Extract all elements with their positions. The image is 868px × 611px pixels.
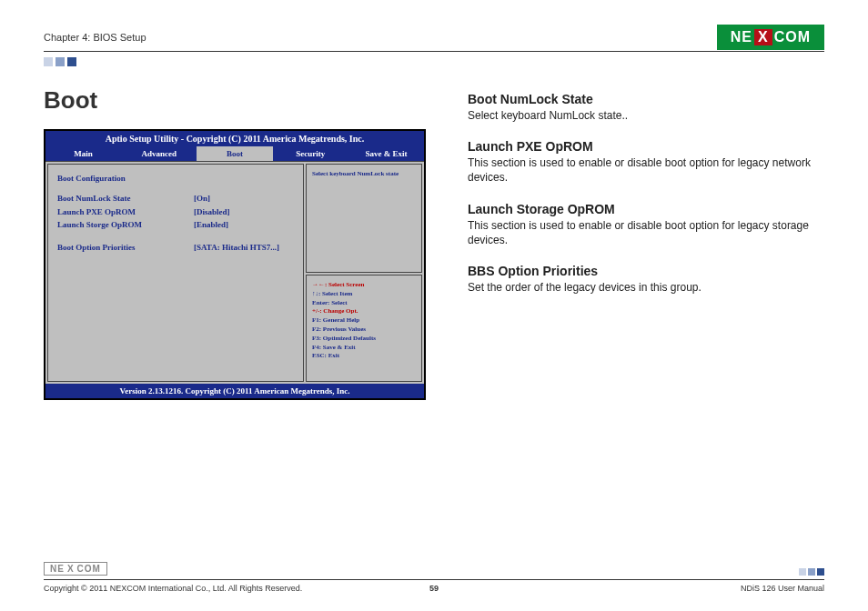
- square-icon: [44, 57, 53, 66]
- bios-body: Boot Configuration Boot NumLock State [O…: [45, 161, 424, 384]
- bios-tab-boot[interactable]: Boot: [197, 146, 272, 161]
- chapter-label: Chapter 4: BIOS Setup: [44, 32, 146, 43]
- page-title: Boot: [44, 86, 435, 115]
- logo-text-x: X: [66, 564, 76, 574]
- square-icon: [817, 568, 824, 576]
- bios-option-key: Launch Storge OpROM: [57, 218, 194, 231]
- bios-option-value: [Enabled]: [194, 218, 228, 231]
- section-text: This section is used to enable or disabl…: [468, 155, 824, 185]
- logo-text-x: X: [754, 29, 772, 45]
- bios-screenshot: Aptio Setup Utility - Copyright (C) 2011…: [44, 129, 426, 400]
- bios-option-value: [Disabled]: [194, 205, 230, 218]
- section-heading: Boot NumLock State: [468, 92, 824, 106]
- bios-tabbar: Main Advanced Boot Security Save & Exit: [45, 146, 424, 161]
- section-heading: Launch Storage OpROM: [468, 202, 824, 216]
- footer-rule: [44, 579, 824, 580]
- legend-line: F3: Optimized Defaults: [312, 335, 416, 344]
- spacer: [57, 232, 294, 241]
- bios-option-value: [On]: [194, 192, 210, 205]
- bios-option-value: [SATA: Hitachi HTS7...]: [194, 241, 279, 254]
- logo-text-post: COM: [774, 29, 811, 45]
- section-heading: Launch PXE OpROM: [468, 139, 824, 154]
- legend-line: F4: Save & Exit: [312, 344, 416, 353]
- bios-key-legend: →←: Select Screen ↑↓: Select Item Enter:…: [306, 275, 422, 382]
- square-icon: [808, 568, 815, 576]
- bios-tab-advanced[interactable]: Advanced: [121, 146, 197, 161]
- bios-option-row[interactable]: Launch PXE OpROM [Disabled]: [57, 205, 294, 218]
- decor-squares-footer: [799, 568, 824, 576]
- bios-option-key: Boot Option Priorities: [57, 241, 194, 254]
- bios-option-row[interactable]: Launch Storge OpROM [Enabled]: [57, 218, 294, 231]
- legend-line: ↑↓: Select Item: [312, 290, 416, 299]
- legend-line: F1: General Help: [312, 316, 416, 326]
- bios-footer: Version 2.13.1216. Copyright (C) 2011 Am…: [45, 384, 424, 398]
- right-column: Boot NumLock State Select keyboard NumLo…: [468, 86, 824, 400]
- square-icon: [56, 57, 65, 66]
- page-footer: NE X COM Copyright © 2011 NEXCOM Interna…: [44, 562, 824, 593]
- bios-option-row[interactable]: Boot Option Priorities [SATA: Hitachi HT…: [57, 241, 294, 254]
- bios-option-row[interactable]: Boot NumLock State [On]: [57, 192, 294, 205]
- footer-manual: NDiS 126 User Manual: [533, 584, 824, 593]
- legend-line: Enter: Select: [312, 299, 416, 308]
- bios-titlebar: Aptio Setup Utility - Copyright (C) 2011…: [45, 131, 424, 146]
- content-columns: Boot Aptio Setup Utility - Copyright (C)…: [44, 86, 824, 400]
- bios-section-header: Boot Configuration: [57, 172, 294, 185]
- section-text: Select keyboard NumLock state..: [468, 108, 824, 123]
- nexcom-logo-small: NE X COM: [44, 562, 107, 576]
- bios-tab-security[interactable]: Security: [273, 146, 348, 161]
- left-column: Boot Aptio Setup Utility - Copyright (C)…: [44, 86, 435, 400]
- section-text: This section is used to enable or disabl…: [468, 218, 824, 247]
- legend-line: F2: Previous Values: [312, 326, 416, 335]
- logo-text-pre: NE: [50, 564, 65, 574]
- page-number: 59: [429, 584, 439, 593]
- square-icon: [799, 568, 806, 576]
- bios-main-panel: Boot Configuration Boot NumLock State [O…: [47, 164, 304, 382]
- section-heading: BBS Option Priorities: [468, 264, 824, 278]
- footer-row: Copyright © 2011 NEXCOM International Co…: [44, 584, 824, 593]
- bios-option-key: Boot NumLock State: [57, 192, 194, 205]
- bios-side-panel: Select keyboard NumLock state →←: Select…: [306, 164, 422, 382]
- square-icon: [67, 57, 76, 66]
- page: Chapter 4: BIOS Setup NE X COM Boot Apti…: [0, 0, 868, 611]
- nexcom-logo: NE X COM: [717, 25, 824, 50]
- bios-help-text: Select keyboard NumLock state: [306, 164, 422, 273]
- logo-text-post: COM: [77, 564, 101, 574]
- footer-copyright: Copyright © 2011 NEXCOM International Co…: [44, 584, 335, 593]
- legend-line: →←: Select Screen: [312, 281, 416, 290]
- logo-text-pre: NE: [731, 29, 752, 45]
- bios-tab-saveexit[interactable]: Save & Exit: [348, 146, 424, 161]
- page-header: Chapter 4: BIOS Setup NE X COM: [44, 25, 824, 49]
- legend-line: ESC: Exit: [312, 352, 416, 361]
- section-text: Set the order of the legacy devices in t…: [468, 280, 824, 295]
- legend-line: +/-: Change Opt.: [312, 307, 416, 316]
- decor-squares: [44, 57, 824, 66]
- bios-option-key: Launch PXE OpROM: [57, 205, 194, 218]
- bios-tab-main[interactable]: Main: [45, 146, 121, 161]
- header-rule: [44, 51, 824, 52]
